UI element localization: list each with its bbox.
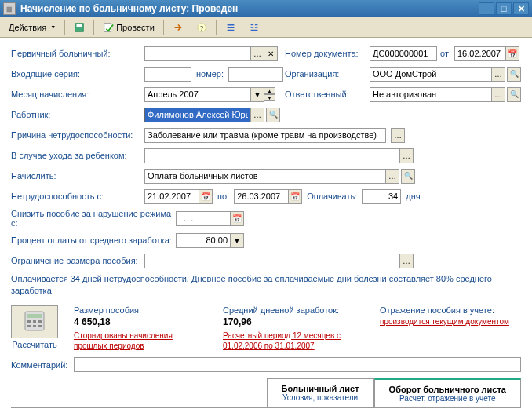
go-button[interactable] <box>167 20 189 35</box>
help-button[interactable]: ? <box>191 20 213 35</box>
cause-ellipsis[interactable]: … <box>391 128 405 143</box>
percent-input[interactable] <box>176 233 231 248</box>
from-date-picker[interactable]: 📅 <box>199 189 213 204</box>
struct-icon <box>249 22 260 33</box>
avg-value: 170,96 <box>223 316 364 327</box>
svg-rect-10 <box>27 325 31 327</box>
resp-search[interactable]: 🔍 <box>507 87 521 102</box>
svg-rect-12 <box>38 325 42 327</box>
comment-label: Комментарий: <box>11 360 74 370</box>
primary-ellipsis[interactable]: … <box>250 46 264 61</box>
calculator-icon <box>22 310 47 334</box>
primary-input[interactable] <box>144 46 251 61</box>
tab-turnover[interactable]: Оборот больничного листа Расчет, отражен… <box>374 378 521 408</box>
reduce-date-picker[interactable]: 📅 <box>230 211 244 226</box>
primary-label: Первичный больничный: <box>11 49 144 58</box>
childcare-label: В случае ухода за ребенком: <box>11 151 144 160</box>
series-label: Входящие серия: <box>11 69 144 79</box>
accrue-ellipsis[interactable]: … <box>385 169 399 184</box>
docnum-input[interactable] <box>370 46 437 61</box>
month-input[interactable] <box>144 87 251 102</box>
calculate-label[interactable]: Рассчитать <box>12 340 56 349</box>
childcare-input[interactable] <box>144 148 400 163</box>
month-dropdown[interactable]: ▼ <box>250 87 264 102</box>
app-icon: ▦ <box>3 2 16 15</box>
worker-input[interactable] <box>144 108 251 122</box>
worker-search[interactable]: 🔍 <box>266 108 280 122</box>
refl-label: Отражение пособия в учете: <box>380 305 521 315</box>
svg-rect-7 <box>27 320 31 323</box>
pay-label: Оплачивать: <box>307 192 357 201</box>
month-up[interactable]: ▲ <box>264 87 275 94</box>
close-button[interactable]: ✕ <box>513 2 529 15</box>
tab-sick-leave[interactable]: Больничный лист Условия, показатели <box>267 378 374 408</box>
from-date-input[interactable] <box>144 189 199 204</box>
accrue-search[interactable]: 🔍 <box>401 169 415 184</box>
post-button[interactable]: Провести <box>97 20 160 35</box>
struct-button[interactable] <box>243 20 265 35</box>
month-label: Месяц начисления: <box>11 89 144 99</box>
to-date-picker[interactable]: 📅 <box>288 189 302 204</box>
window-title: Начисление по больничному листу: Проведе… <box>20 3 479 14</box>
worker-ellipsis[interactable]: … <box>250 108 264 122</box>
number-label: номер: <box>196 69 224 79</box>
save-button[interactable] <box>68 20 90 35</box>
resp-ellipsis[interactable]: … <box>491 87 505 102</box>
actions-menu[interactable]: Действия▼ <box>3 20 61 35</box>
month-down[interactable]: ▼ <box>264 94 275 101</box>
primary-clear[interactable]: ✕ <box>264 46 278 61</box>
svg-rect-9 <box>38 320 42 323</box>
org-search[interactable]: 🔍 <box>507 67 521 82</box>
size-value: 4 650,18 <box>74 316 207 327</box>
avg-label: Средний дневной заработок: <box>223 305 364 315</box>
avg-sub[interactable]: Расчетный период 12 месяцев с 01.02.2006… <box>223 330 364 351</box>
org-label: Организация: <box>285 69 370 79</box>
percent-label: Процент оплаты от среднего заработка: <box>11 236 176 245</box>
reduce-date-input[interactable] <box>176 211 231 226</box>
pay-days-input[interactable] <box>362 189 401 204</box>
resp-input[interactable] <box>370 87 492 102</box>
arrow-icon <box>173 22 184 33</box>
save-icon <box>74 22 85 33</box>
childcare-ellipsis[interactable]: … <box>399 148 414 163</box>
worker-label: Работник: <box>11 110 144 119</box>
post-icon <box>103 22 114 33</box>
days-label: дня <box>406 192 420 201</box>
note-text: Оплачивается 34 дней нетрудоспособности.… <box>11 273 521 298</box>
refl-sub[interactable]: производится текущим документом <box>380 316 521 327</box>
resp-label: Ответственный: <box>285 89 370 99</box>
series-input[interactable] <box>144 67 191 82</box>
number-input[interactable] <box>228 67 283 82</box>
accrue-label: Начислить: <box>11 171 144 181</box>
limit-input[interactable] <box>144 254 400 268</box>
org-ellipsis[interactable]: … <box>491 67 505 82</box>
list-button[interactable] <box>220 20 242 35</box>
svg-rect-6 <box>27 314 42 318</box>
calculate-button[interactable] <box>11 305 58 338</box>
svg-rect-1 <box>77 24 82 27</box>
org-input[interactable] <box>370 67 492 82</box>
size-sub[interactable]: Сторнированы начисления прошлых периодов <box>74 330 207 351</box>
limit-ellipsis[interactable]: … <box>399 254 414 268</box>
to-label: по: <box>217 192 229 201</box>
from-label: от: <box>440 49 451 58</box>
cause-label: Причина нетрудоспособности: <box>11 130 144 140</box>
maximize-button[interactable]: □ <box>496 2 512 15</box>
docnum-label: Номер документа: <box>285 49 370 58</box>
list-icon <box>225 22 236 33</box>
accrue-input[interactable] <box>144 169 386 184</box>
reduce-label: Снизить пособие за нарушение режима с: <box>11 209 176 228</box>
svg-rect-11 <box>33 325 36 327</box>
cause-input[interactable] <box>144 128 386 143</box>
date-input[interactable] <box>454 46 506 61</box>
minimize-button[interactable]: ─ <box>479 2 494 15</box>
percent-dropdown[interactable]: ▼ <box>230 233 244 248</box>
comment-input[interactable] <box>74 357 521 372</box>
svg-rect-8 <box>33 320 36 323</box>
help-icon: ? <box>196 22 207 33</box>
date-picker[interactable]: 📅 <box>505 46 519 61</box>
limit-label: Ограничение размера пособия: <box>11 256 144 265</box>
to-date-input[interactable] <box>234 189 289 204</box>
disab-from-label: Нетрудоспособность с: <box>11 192 144 201</box>
size-label: Размер пособия: <box>74 305 207 315</box>
